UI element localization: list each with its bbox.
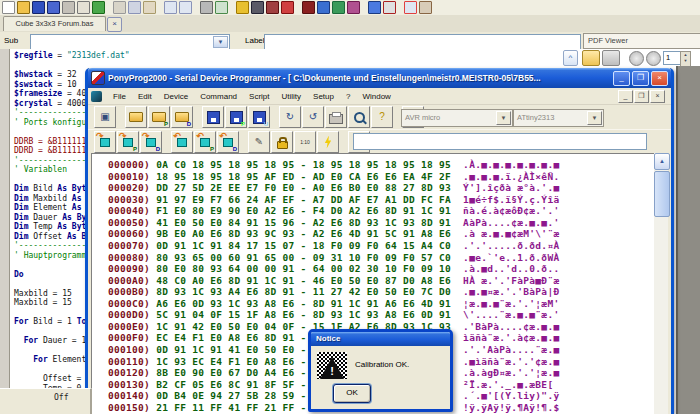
about-icon[interactable] xyxy=(383,1,396,14)
reload-file-icon[interactable]: ↻ xyxy=(279,106,301,128)
osc-calibration-icon[interactable]: 1:10 xyxy=(294,131,316,153)
hex-row: 0000A0)48 C0 A0 E6 8D 91 1C 91 - 46 E0 5… xyxy=(108,275,654,287)
sub-selector-combobox[interactable]: ▼ xyxy=(30,34,230,50)
syntax-check-icon[interactable] xyxy=(92,1,105,14)
lcd-designer-icon[interactable] xyxy=(332,1,345,14)
hex-row: 000000)0A C0 18 95 18 95 18 95 - 18 95 1… xyxy=(108,159,654,171)
close-button[interactable]: × xyxy=(651,71,668,86)
open-program-file-icon[interactable]: P xyxy=(148,106,170,128)
mdi-close-button[interactable]: × xyxy=(650,90,665,103)
editor-gutter xyxy=(0,49,10,414)
terminal-icon[interactable] xyxy=(302,1,315,14)
panel-collapse-icon[interactable]: ^ xyxy=(563,50,578,66)
minimize-button[interactable]: _ xyxy=(613,71,630,86)
chevron-down-icon[interactable]: ▼ xyxy=(496,111,511,125)
tab-close-icon[interactable]: × xyxy=(107,17,122,32)
lib-manager-icon[interactable] xyxy=(317,1,330,14)
save-file-icon[interactable] xyxy=(202,106,224,128)
menu-setup[interactable]: Setup xyxy=(307,92,340,101)
device-type-combobox[interactable]: ATtiny2313▼ xyxy=(513,109,604,127)
pdf-page-spinner[interactable]: ▲▼ xyxy=(680,51,691,67)
ponyprog-app-icon xyxy=(91,71,105,85)
programmer-icon[interactable] xyxy=(266,1,279,14)
cut-icon[interactable] xyxy=(113,1,126,14)
help-icon[interactable] xyxy=(368,1,381,14)
open-data-file-icon[interactable]: D xyxy=(171,106,193,128)
mdi-child-icon[interactable] xyxy=(91,91,102,102)
options-wrench-icon[interactable] xyxy=(200,1,213,14)
hex-row: 000050)41 E0 50 E0 84 91 15 96 - A2 E6 8… xyxy=(108,217,654,229)
menu-command[interactable]: Command xyxy=(194,92,243,101)
run-script-icon[interactable] xyxy=(317,131,339,153)
print-preview-icon[interactable] xyxy=(77,1,90,14)
read-all-icon[interactable]: ↷ xyxy=(94,131,116,153)
chevron-down-icon[interactable]: ▼ xyxy=(213,36,228,48)
exit-icon[interactable] xyxy=(419,1,432,14)
hex-row: 000070)0D 91 1C 91 84 17 15 07 - 18 F0 0… xyxy=(108,240,654,252)
script-command-field[interactable] xyxy=(353,133,647,150)
ok-button[interactable]: OK xyxy=(333,384,371,403)
write-program-icon[interactable]: ↶P xyxy=(194,131,216,153)
open-file-icon[interactable] xyxy=(17,1,30,14)
security-lock-icon[interactable] xyxy=(271,131,293,153)
scroll-up-icon[interactable]: ▲ xyxy=(654,153,670,170)
save-file-icon[interactable] xyxy=(32,1,45,14)
copy-icon[interactable] xyxy=(128,1,141,14)
device-family-combobox[interactable]: AVR micro▼ xyxy=(401,109,513,127)
help-icon[interactable]: ? xyxy=(371,106,393,128)
read-program-icon[interactable]: ↷P xyxy=(117,131,139,153)
indent-icon[interactable] xyxy=(164,1,177,14)
mdi-minimize-button[interactable]: _ xyxy=(618,90,633,103)
select-device-icon[interactable]: ▣ xyxy=(94,106,116,128)
menu-window[interactable]: Window xyxy=(356,92,396,101)
simulate-icon[interactable] xyxy=(236,1,249,14)
reload-all-icon[interactable]: ↺ xyxy=(302,106,324,128)
menu-edit[interactable]: Edit xyxy=(132,92,158,101)
chip-pinout-icon[interactable] xyxy=(347,1,360,14)
write-all-icon[interactable]: ↶ xyxy=(171,131,193,153)
stop-icon[interactable] xyxy=(281,1,294,14)
erase-icon[interactable]: ✎ xyxy=(248,131,270,153)
open-file-icon[interactable] xyxy=(125,106,147,128)
ponyprog-title-bar[interactable]: PonyProg2000 - Serial Device Programmer … xyxy=(88,68,671,88)
pdf-view-icon[interactable] xyxy=(404,1,417,14)
paste-icon[interactable] xyxy=(143,1,156,14)
editor-toolbar xyxy=(0,0,700,16)
menu-device[interactable]: Device xyxy=(158,92,194,101)
pdf-open-icon[interactable] xyxy=(582,50,600,66)
find-icon[interactable] xyxy=(348,106,370,128)
menu-utility[interactable]: Utility xyxy=(276,92,308,101)
label-label: Label xyxy=(245,36,265,45)
mdi-restore-button[interactable]: ❐ xyxy=(634,90,649,103)
menu-help[interactable]: ? xyxy=(340,92,356,101)
hex-row: 000020)DD 27 5D 2E EE E7 F0 E0 - A0 E6 B… xyxy=(108,182,654,194)
save-all-icon[interactable] xyxy=(47,1,60,14)
notice-dialog-title-bar[interactable]: Notice xyxy=(311,332,450,346)
new-file-icon[interactable] xyxy=(2,1,15,14)
chevron-down-icon[interactable]: ▼ xyxy=(587,111,602,125)
label-field[interactable] xyxy=(264,34,581,50)
maximize-button[interactable]: ❐ xyxy=(632,71,649,86)
pdf-zoom-out-icon[interactable] xyxy=(629,51,644,66)
chip-icon[interactable] xyxy=(251,1,264,14)
pdf-page-input[interactable]: 1 xyxy=(663,51,681,65)
pdf-print-icon[interactable] xyxy=(602,50,620,66)
tab-cube-forum-bas[interactable]: Cube 3x3x3 Forum.bas xyxy=(3,16,106,31)
hex-row: 000090)80 E0 80 93 64 00 00 91 - 64 00 0… xyxy=(108,263,654,275)
hex-scrollbar[interactable]: ▲ xyxy=(654,153,668,414)
menu-file[interactable]: File xyxy=(107,92,132,101)
scrollbar-thumb[interactable] xyxy=(654,171,670,217)
unindent-icon[interactable] xyxy=(179,1,192,14)
print-icon[interactable] xyxy=(62,1,75,14)
save-data-file-icon[interactable]: U xyxy=(248,106,270,128)
pdf-viewer-panel-title: PDF Viewer xyxy=(583,33,700,49)
read-data-icon[interactable]: ↷D xyxy=(140,131,162,153)
hex-row: 0000C0)A6 E6 0D 93 1C 93 A8 E6 - 8D 91 1… xyxy=(108,298,654,310)
refactor-icon[interactable] xyxy=(215,1,228,14)
hex-row: 000010)18 95 18 95 18 95 AF ED - AD E0 C… xyxy=(108,171,654,183)
print-icon[interactable] xyxy=(325,106,347,128)
write-data-icon[interactable]: ↶D xyxy=(217,131,239,153)
save-program-file-icon[interactable]: P xyxy=(225,106,247,128)
menu-script[interactable]: Script xyxy=(243,92,275,101)
pdf-zoom-in-icon[interactable] xyxy=(646,51,661,66)
